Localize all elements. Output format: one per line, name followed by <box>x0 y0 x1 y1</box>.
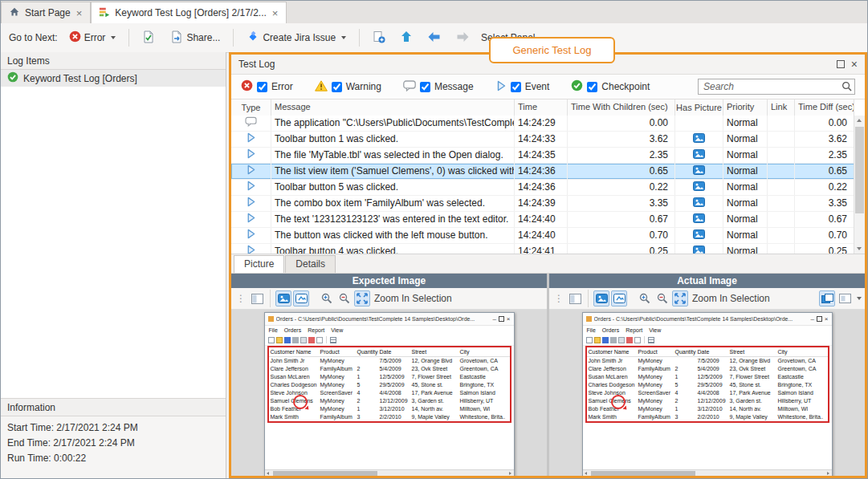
column-header-time-diff[interactable]: Time Diff (sec) <box>795 99 854 116</box>
log-time-diff-cell: 3.62 <box>795 132 854 147</box>
actual-size-icon[interactable] <box>611 290 627 306</box>
difference-view-icon[interactable] <box>837 290 853 306</box>
actual-image-view[interactable]: Orders - C:\Users\Public\Documents\TestC… <box>549 310 865 476</box>
go-to-next-error-dropdown[interactable]: Error <box>63 26 122 49</box>
picture-icon <box>693 164 705 179</box>
warning-checkbox[interactable] <box>332 82 342 92</box>
log-row[interactable]: The file 'MyTable.tbl' was selected in t… <box>231 148 854 164</box>
zoom-in-icon[interactable] <box>637 290 653 306</box>
compare-view-icon[interactable] <box>819 290 835 306</box>
tab-keyword-test-log[interactable]: Keyword Test Log [Orders] 2/17/2... × <box>91 2 287 23</box>
expected-image-view[interactable]: Orders - C:\Users\Public\Documents\TestC… <box>231 310 547 476</box>
column-header-priority[interactable]: Priority <box>723 99 768 116</box>
tab-picture[interactable]: Picture <box>234 255 284 273</box>
zoom-in-selection-icon[interactable] <box>354 290 370 306</box>
fit-picture-icon[interactable] <box>593 290 609 306</box>
close-icon[interactable]: × <box>271 8 279 18</box>
scrollbar-thumb <box>591 471 695 476</box>
error-checkbox[interactable] <box>257 82 267 92</box>
drag-grip-icon[interactable]: ⋮ <box>236 293 246 304</box>
log-items-header: Log Items <box>1 52 226 70</box>
log-table-body: The application "C:\Users\Public\Documen… <box>231 116 854 254</box>
log-link-cell <box>768 228 795 243</box>
log-row[interactable]: Toolbar button 4 was clicked.14:24:410.2… <box>231 244 854 254</box>
log-row[interactable]: The text '123123123123' was entered in t… <box>231 212 854 228</box>
log-has-picture-cell <box>675 212 723 227</box>
filter-checkpoint-label[interactable]: Checkpoint <box>601 81 650 92</box>
filter-error-label[interactable]: Error <box>271 81 293 92</box>
share-button[interactable]: Share... <box>165 26 226 50</box>
log-row[interactable]: The button was clicked with the left mou… <box>231 228 854 244</box>
create-issue-quick-button[interactable] <box>367 26 391 50</box>
column-header-type[interactable]: Type <box>231 99 271 116</box>
forward-arrow-icon <box>456 31 470 45</box>
orders-grid-row: Clare JeffersonFamilyAlbum25/4/200923, O… <box>587 365 828 373</box>
checkpoint-checkbox[interactable] <box>587 82 597 92</box>
validate-log-button[interactable] <box>137 26 161 50</box>
drag-grip-icon[interactable]: ⋮ <box>554 293 564 304</box>
close-icon[interactable]: × <box>851 59 858 70</box>
panels-icon[interactable] <box>249 290 265 306</box>
event-checkbox[interactable] <box>511 82 521 92</box>
message-checkbox[interactable] <box>420 82 430 92</box>
orders-window-title: Orders - C:\Users\Public\Documents\TestC… <box>276 316 491 322</box>
upload-results-button[interactable] <box>395 26 418 49</box>
orders-column-header: Street <box>410 347 458 356</box>
scroll-down-icon[interactable] <box>854 243 865 254</box>
zoom-out-icon[interactable] <box>654 290 670 306</box>
log-row[interactable]: Toolbar button 1 was clicked.14:24:333.6… <box>231 132 854 148</box>
log-has-picture-cell <box>675 116 723 131</box>
message-icon <box>245 116 257 131</box>
zoom-out-icon[interactable] <box>336 290 352 306</box>
toolbar-separator <box>644 336 645 343</box>
tab-details[interactable]: Details <box>285 255 336 273</box>
orders-column-header: City <box>458 347 505 356</box>
log-type-cell <box>231 180 271 195</box>
event-icon <box>246 213 256 227</box>
close-icon[interactable]: × <box>75 8 84 18</box>
log-row[interactable]: The application "C:\Users\Public\Documen… <box>231 116 854 132</box>
menu-orders: Orders <box>602 327 619 333</box>
tab-start-page[interactable]: Start Page × <box>1 2 91 23</box>
column-header-time-with-children[interactable]: Time With Children (sec) <box>568 99 675 116</box>
create-jira-issue-button[interactable]: Create Jira Issue <box>241 26 352 50</box>
toolbar-separator <box>128 29 129 47</box>
log-time-diff-cell: 3.35 <box>795 196 854 211</box>
clear-icon <box>634 337 641 343</box>
toolbar-overflow-chevron-icon[interactable] <box>857 297 862 300</box>
column-header-message[interactable]: Message <box>271 99 515 116</box>
filter-warning-label[interactable]: Warning <box>346 81 381 92</box>
search-box <box>698 79 855 95</box>
column-header-link[interactable]: Link <box>768 99 795 116</box>
filter-message-label[interactable]: Message <box>434 81 474 92</box>
tree-item-keyword-test-log[interactable]: Keyword Test Log [Orders] <box>1 70 226 87</box>
log-row[interactable]: The list view item ('Samuel Clemens', 0)… <box>231 164 854 180</box>
scroll-up-icon[interactable] <box>854 116 865 126</box>
horizontal-scrollbar <box>265 469 514 476</box>
event-icon <box>246 245 256 254</box>
log-row[interactable]: Toolbar button 5 was clicked.14:24:360.2… <box>231 180 854 196</box>
column-header-has-picture[interactable]: Has Picture <box>675 99 723 116</box>
actual-size-icon[interactable] <box>293 290 309 306</box>
orders-grid-header: Customer Name Product Quantity Date Stre… <box>269 347 510 357</box>
zoom-in-selection-icon[interactable] <box>672 290 688 306</box>
panels-icon[interactable] <box>567 290 583 306</box>
restore-icon[interactable] <box>837 60 845 68</box>
column-header-time[interactable]: Time <box>515 99 568 116</box>
click-marker-ring <box>293 395 308 409</box>
log-row[interactable]: The combo box item 'FamilyAlbum' was sel… <box>231 196 854 212</box>
scrollbar-thumb[interactable] <box>855 127 864 213</box>
orders-grid-row: Samuel ClemensMyMoney212/12/20093, Garde… <box>269 397 510 405</box>
open-icon <box>276 337 283 343</box>
forward-button[interactable] <box>450 27 475 49</box>
error-icon <box>69 30 81 45</box>
filter-event-label[interactable]: Event <box>525 81 550 92</box>
vertical-scrollbar[interactable] <box>854 116 865 254</box>
scroll-left-icon <box>265 470 272 476</box>
log-items-tree: Keyword Test Log [Orders] <box>1 70 226 398</box>
log-time-cell: 14:24:35 <box>515 148 568 163</box>
search-input[interactable] <box>698 79 855 95</box>
back-button[interactable] <box>422 27 446 49</box>
zoom-in-icon[interactable] <box>319 290 335 306</box>
fit-picture-icon[interactable] <box>275 290 291 306</box>
